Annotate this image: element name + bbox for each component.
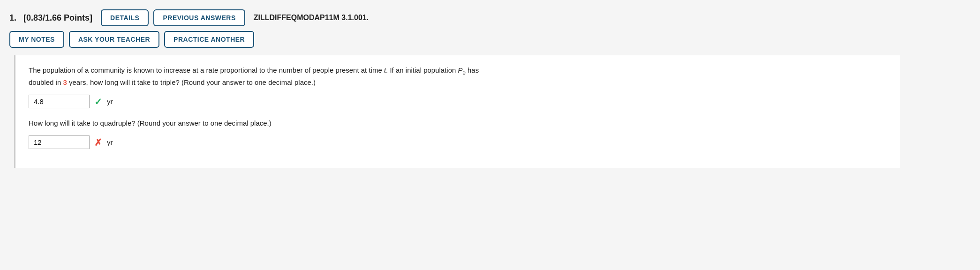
- problem-text-part1: The population of a community is known t…: [29, 66, 384, 74]
- problem-text-part3: has: [466, 66, 479, 74]
- answer-row-1: ✓ yr: [29, 95, 887, 108]
- correct-icon: ✓: [94, 96, 102, 107]
- my-notes-button[interactable]: MY NOTES: [9, 31, 64, 48]
- answer-row-2: ✗ yr: [29, 135, 887, 149]
- previous-answers-button[interactable]: PREVIOUS ANSWERS: [153, 9, 245, 26]
- problem-text: The population of a community is known t…: [29, 65, 887, 88]
- question-container: 1. [0.83/1.66 Points] DETAILS PREVIOUS A…: [9, 9, 900, 168]
- answer-input-1[interactable]: [29, 95, 90, 108]
- question-number: 1. [0.83/1.66 Points]: [9, 13, 92, 23]
- answer-input-2[interactable]: [29, 135, 90, 149]
- ask-teacher-button[interactable]: ASK YOUR TEACHER: [69, 31, 159, 48]
- sub-question: How long will it take to quadruple? (Rou…: [29, 118, 887, 149]
- points-label: [0.83/1.66 Points]: [23, 13, 92, 22]
- problem-text-part5: years, how long will it take to triple? …: [67, 78, 316, 86]
- sub-question-text: How long will it take to quadruple? (Rou…: [29, 118, 887, 129]
- incorrect-icon: ✗: [94, 137, 102, 148]
- unit-label-2: yr: [107, 138, 113, 146]
- problem-text-part4: doubled in: [29, 78, 63, 86]
- doubled-years: 3: [63, 78, 67, 86]
- content-area: The population of a community is known t…: [14, 55, 900, 168]
- unit-label-1: yr: [107, 98, 113, 105]
- problem-text-part2: . If an initial population: [386, 66, 458, 74]
- details-button[interactable]: DETAILS: [101, 9, 149, 26]
- problem-P0: P: [458, 66, 463, 74]
- question-code: ZILLDIFFEQMODAP11M 3.1.001.: [254, 14, 369, 22]
- top-bar: 1. [0.83/1.66 Points] DETAILS PREVIOUS A…: [9, 9, 900, 26]
- number-label: 1.: [9, 13, 16, 22]
- practice-another-button[interactable]: PRACTICE ANOTHER: [164, 31, 254, 48]
- second-row: MY NOTES ASK YOUR TEACHER PRACTICE ANOTH…: [9, 31, 900, 48]
